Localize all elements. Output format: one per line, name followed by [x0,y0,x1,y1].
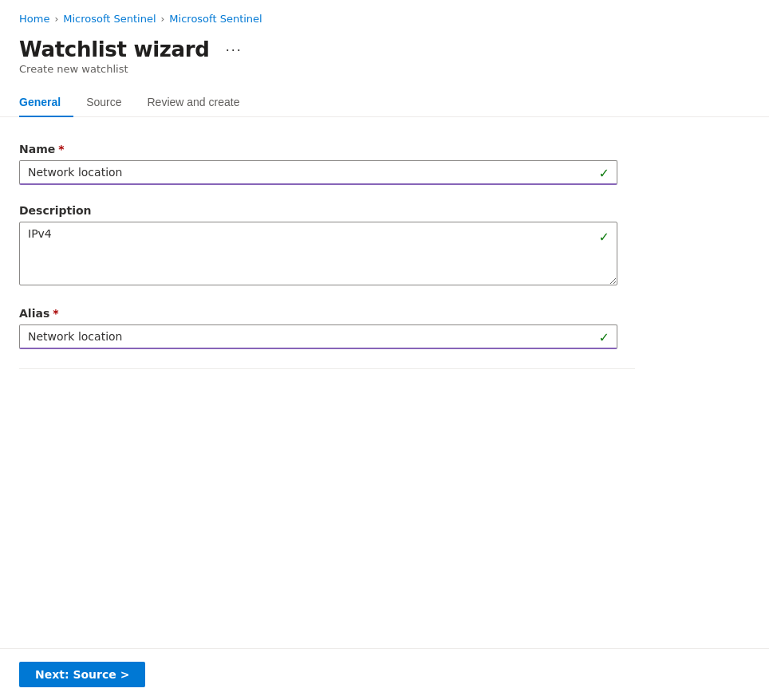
tabs-container: General Source Review and create [0,88,769,117]
description-input[interactable]: IPv4 [19,222,617,285]
breadcrumb-sep-1: › [54,14,58,25]
breadcrumb-sentinel-1[interactable]: Microsoft Sentinel [63,13,156,25]
footer: Next: Source > [0,648,769,700]
tab-source[interactable]: Source [73,88,134,116]
alias-required-star: * [53,307,58,320]
alias-label: Alias * [19,307,635,320]
alias-input[interactable] [19,324,617,349]
form-container: Name * ✓ Description IPv4 ✓ Alias * [0,117,654,401]
content-area: Name * ✓ Description IPv4 ✓ Alias * [0,117,769,465]
description-input-container: IPv4 ✓ [19,222,617,288]
breadcrumb-sep-2: › [161,14,165,25]
alias-field: Alias * ✓ [19,307,635,349]
name-input-container: ✓ [19,160,617,185]
tab-general[interactable]: General [19,88,73,116]
page-subtitle: Create new watchlist [0,61,769,88]
more-options-button[interactable]: ··· [219,38,249,61]
form-divider [19,368,635,369]
next-source-button[interactable]: Next: Source > [19,662,145,687]
tab-review-and-create[interactable]: Review and create [135,88,253,116]
name-label: Name * [19,143,635,155]
description-label: Description [19,204,635,217]
name-required-star: * [58,143,64,155]
breadcrumb-sentinel-2[interactable]: Microsoft Sentinel [169,13,262,25]
page-title: Watchlist wizard [19,37,210,61]
name-field: Name * ✓ [19,143,635,185]
alias-input-container: ✓ [19,324,617,349]
breadcrumb: Home › Microsoft Sentinel › Microsoft Se… [0,0,769,31]
page-header: Watchlist wizard ··· [0,31,769,61]
name-input[interactable] [19,160,617,185]
description-field: Description IPv4 ✓ [19,204,635,288]
breadcrumb-home[interactable]: Home [19,13,49,25]
